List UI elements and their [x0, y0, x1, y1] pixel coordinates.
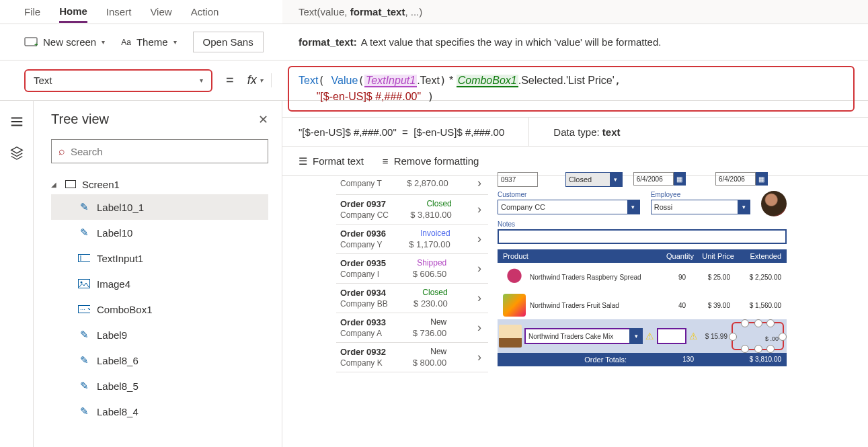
format-text-button[interactable]: ☰ Format text [299, 155, 364, 167]
chevron-down-icon: ▾ [200, 77, 203, 84]
new-screen-button[interactable]: + New screen ▾ [24, 36, 105, 48]
tab-home[interactable]: Home [59, 1, 87, 23]
order-row[interactable]: Order 0937Company CC Closed$ 3,810.00 › [336, 195, 488, 225]
order-row[interactable]: Order 0934Company BB Closed$ 230.00 › [336, 284, 488, 313]
svg-text:⋯: ⋯ [80, 307, 85, 313]
tree-item-label10[interactable]: ✎ Label10 [51, 220, 268, 245]
close-icon[interactable]: ✕ [258, 112, 268, 127]
tree-list: ◢ Screen1 ✎ Label10_1 ✎ Label10 TextInpu… [51, 174, 268, 424]
screen-icon: + [24, 37, 38, 48]
order-row[interactable]: Order 0932Company K New$ 800.00 › [336, 343, 488, 372]
screen-icon [65, 178, 77, 190]
layers-icon[interactable] [9, 145, 24, 160]
svg-point-6 [81, 282, 83, 284]
order-row[interactable]: Order 0936Company Y Invoiced$ 1,170.00 › [336, 225, 488, 254]
date-picker[interactable]: 6/4/2006▦ [633, 172, 705, 186]
notes-input[interactable] [498, 229, 787, 244]
chevron-right-icon: › [473, 176, 481, 190]
tree-title: Tree view [51, 112, 109, 127]
search-box[interactable]: ⌕ [51, 139, 268, 163]
svg-rect-5 [79, 280, 90, 288]
product-image [503, 266, 526, 288]
pen-icon: ✎ [78, 405, 90, 417]
chevron-down-icon: ▾ [260, 77, 263, 84]
order-row[interactable]: Order 0933Company A New$ 736.00 › [336, 313, 488, 343]
employee-select[interactable]: Rossi▾ [651, 200, 750, 214]
tab-file[interactable]: File [24, 2, 40, 22]
pen-icon: ✎ [78, 227, 90, 239]
order-number: 0937 [498, 172, 538, 187]
chevron-down-icon: ▾ [173, 38, 177, 46]
product-row: Northwind Traders Raspberry Spread 90 $ … [498, 263, 787, 291]
tree-item-label10-1[interactable]: ✎ Label10_1 [51, 194, 268, 220]
property-value: Text [34, 75, 52, 86]
eval-row: "[$-en-US]$ #,###.00" = [$-en-US]$ #,###… [282, 117, 868, 147]
svg-rect-2 [66, 181, 76, 188]
pen-icon: ✎ [78, 354, 90, 366]
product-row: Northwind Traders Fruit Salad 40 $ 39.00… [498, 291, 787, 319]
tree-item-label8-6[interactable]: ✎Label8_6 [51, 348, 268, 373]
extended-label-selected[interactable]: $ .00 [732, 322, 784, 350]
svg-rect-3 [79, 255, 91, 262]
formula-panel: Text(value, format_text, ...) format_tex… [282, 0, 868, 176]
search-input[interactable] [71, 146, 261, 157]
theme-icon: Aa [121, 38, 131, 47]
totals-row: Order Totals: 130 $ 3,810.00 [498, 353, 787, 366]
tree-item-textinput1[interactable]: TextInput1 [51, 245, 268, 271]
description-bar: format_text: A text value that specifies… [282, 24, 868, 60]
order-row[interactable]: Order 0935Company I Shipped$ 606.50 › [336, 254, 488, 284]
collapse-icon[interactable]: ◢ [51, 181, 56, 188]
combobox-icon: ⋯ [78, 303, 90, 315]
fx-icon: fx [247, 73, 257, 87]
product-table: Product Quantity Unit Price Extended Nor… [498, 249, 787, 366]
textinput-icon [78, 252, 90, 264]
pen-icon: ✎ [78, 380, 90, 392]
pen-icon: ✎ [78, 329, 90, 341]
product-new-row: Northwind Traders Cake Mix▾ ⚠ ⚠ $ 15.99 … [498, 319, 787, 353]
tree-item-label8-5[interactable]: ✎Label8_5 [51, 373, 268, 399]
font-select[interactable]: Open Sans [193, 32, 264, 52]
pen-icon: ✎ [78, 201, 90, 213]
tree-screen-item[interactable]: ◢ Screen1 [51, 174, 268, 194]
date-picker[interactable]: 6/4/2006▦ [715, 172, 787, 186]
quantity-input[interactable] [657, 328, 686, 344]
chevron-right-icon: › [473, 232, 481, 246]
tree-item-combobox1[interactable]: ⋯ ComboBox1 [51, 296, 268, 322]
product-combobox[interactable]: Northwind Traders Cake Mix▾ [524, 328, 643, 344]
formula-editor[interactable]: Text( Value(TextInput1.Text) * ComboBox1… [282, 60, 868, 117]
desc-label: format_text: [299, 36, 357, 48]
order-row[interactable]: Company T $ 2,870.00 › [336, 172, 488, 195]
property-selector[interactable]: Text ▾ [24, 69, 212, 92]
tree-item-label9[interactable]: ✎Label9 [51, 322, 268, 348]
left-rail [0, 101, 34, 447]
tree-item-label8-4[interactable]: ✎Label8_4 [51, 399, 268, 424]
canvas: Company T $ 2,870.00 › Order 0937Company… [296, 172, 855, 440]
chevron-right-icon: › [473, 202, 481, 216]
product-image [503, 294, 526, 317]
remove-formatting-button[interactable]: ≡ Remove formatting [383, 155, 479, 167]
status-select[interactable]: Closed▾ [565, 172, 623, 187]
format-icon: ☰ [299, 155, 307, 167]
new-screen-label: New screen [43, 36, 96, 48]
image-icon [78, 278, 90, 290]
orders-list: Company T $ 2,870.00 › Order 0937Company… [336, 172, 488, 372]
fx-button[interactable]: fx ▾ [247, 73, 272, 87]
tab-view[interactable]: View [150, 2, 171, 22]
remove-format-icon: ≡ [383, 155, 389, 167]
tree-item-image4[interactable]: Image4 [51, 271, 268, 296]
chevron-right-icon: › [473, 321, 481, 335]
tree-panel: Tree view ✕ ⌕ ◢ Screen1 ✎ Label10_1 ✎ La… [34, 101, 282, 447]
chevron-right-icon: › [473, 350, 481, 364]
theme-button[interactable]: Aa Theme ▾ [121, 36, 176, 48]
theme-label: Theme [136, 36, 168, 48]
chevron-right-icon: › [473, 291, 481, 305]
tab-insert[interactable]: Insert [106, 2, 132, 22]
hamburger-icon[interactable] [9, 114, 24, 129]
search-icon: ⌕ [58, 145, 65, 157]
svg-text:+: + [34, 41, 38, 48]
tab-action[interactable]: Action [191, 2, 219, 22]
avatar [761, 191, 787, 216]
order-form: 0937 Closed▾ 6/4/2006▦ 6/4/2006▦ Custome… [498, 172, 787, 366]
product-image [499, 325, 522, 348]
customer-select[interactable]: Company CC▾ [498, 200, 640, 214]
